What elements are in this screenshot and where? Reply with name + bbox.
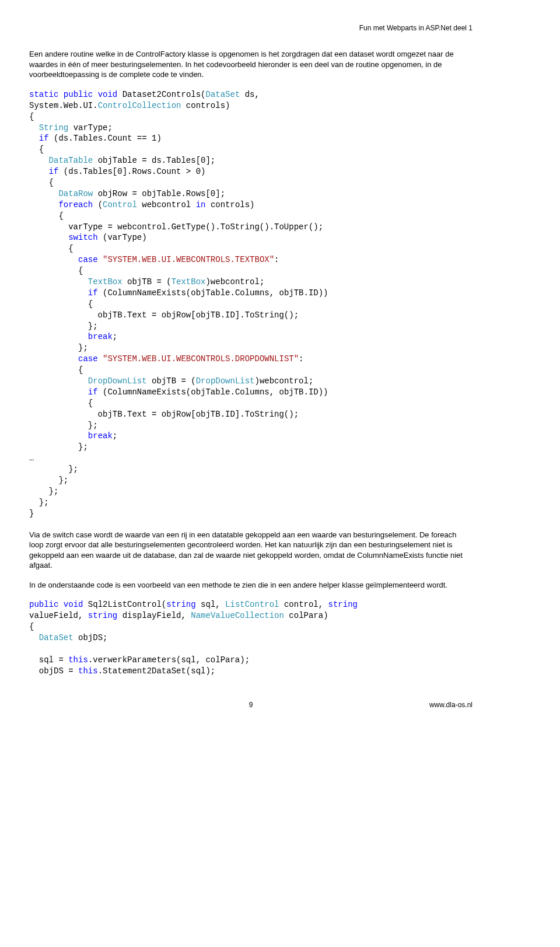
code-token: };: [29, 343, 88, 352]
code-token: if: [88, 288, 98, 298]
code-token: if: [88, 387, 98, 397]
code-token: Dataset2Controls(: [117, 90, 205, 99]
code-token: };: [29, 476, 68, 485]
code-token: void: [98, 90, 118, 99]
code-token: switch: [68, 233, 97, 242]
code-token: objTB = (: [123, 277, 172, 286]
code-token: .verwerkParameters(sql, colPara);: [88, 655, 250, 665]
code-token: ;: [113, 431, 117, 441]
code-token: "SYSTEM.WEB.UI.WEBCONTROLS.DROPDOWNLIST": [103, 354, 299, 364]
code-token: Control: [103, 200, 137, 209]
code-token: objTB = (: [147, 376, 196, 386]
code-token: ds,: [240, 90, 260, 99]
code-token: };: [29, 442, 88, 452]
code-token: varType = webcontrol.GetType().ToString(…: [29, 222, 323, 232]
code-token: displayField,: [117, 611, 191, 620]
code-token: ControlCollection: [98, 101, 181, 110]
paragraph-helper: In de onderstaande code is een voorbeeld…: [29, 580, 473, 590]
code-token: in: [196, 200, 206, 209]
code-token: String: [39, 123, 68, 132]
code-token: "SYSTEM.WEB.UI.WEBCONTROLS.TEXTBOX": [103, 255, 274, 264]
code-token: )webcontrol;: [255, 376, 314, 386]
code-token: control,: [279, 600, 328, 609]
code-token: System.Web.UI.: [29, 101, 98, 110]
code-token: (ds.Tables[0].Rows.Count > 0): [58, 167, 205, 176]
code-token: )webcontrol;: [205, 277, 264, 286]
code-token: };: [29, 487, 58, 496]
code-token: ;: [113, 332, 117, 341]
code-token: webcontrol: [137, 200, 196, 209]
code-block-1: static public void Dataset2Controls(Data…: [29, 89, 473, 519]
page-number: 9: [177, 700, 324, 710]
code-token: };: [29, 498, 49, 507]
code-token: {: [29, 145, 44, 154]
code-token: sql,: [196, 600, 225, 609]
code-token: {: [29, 211, 64, 221]
code-token: this: [78, 666, 98, 676]
code-token: ListControl: [225, 600, 279, 609]
code-token: .Statement2DataSet(sql);: [98, 666, 216, 676]
code-token: DropDownList: [196, 376, 255, 386]
code-token: controls): [206, 200, 255, 209]
code-token: objTable = ds.Tables[0];: [93, 156, 215, 165]
code-token: {: [29, 266, 83, 275]
code-token: …: [29, 453, 34, 463]
code-token: sql =: [29, 655, 68, 665]
code-token: objTB.Text = objRow[objTB.ID].ToString()…: [29, 310, 299, 320]
code-token: DropDownList: [88, 376, 147, 386]
code-token: case: [78, 354, 98, 364]
code-token: if: [49, 167, 59, 176]
footer-url: www.dla-os.nl: [325, 700, 473, 710]
code-token: DataTable: [49, 156, 93, 165]
code-token: :: [299, 354, 303, 364]
code-token: break: [88, 332, 113, 341]
code-token: string: [166, 600, 195, 609]
code-token: {: [29, 178, 54, 187]
code-token: DataRow: [58, 189, 93, 198]
code-token: {: [29, 299, 93, 309]
code-token: varType;: [68, 123, 113, 132]
code-token: {: [29, 244, 74, 253]
code-token: objDS =: [29, 666, 78, 676]
code-token: string: [88, 611, 117, 620]
code-token: foreach: [58, 200, 93, 209]
code-token: public: [64, 90, 93, 99]
code-token: string: [328, 600, 358, 609]
code-token: void: [64, 600, 83, 609]
code-token: public: [29, 600, 58, 609]
code-token: objDS;: [74, 633, 108, 642]
code-block-2: public void Sql2ListControl(string sql, …: [29, 599, 473, 676]
code-token: valueField,: [29, 611, 88, 620]
code-token: (ColumnNameExists(objTable.Columns, objT…: [98, 288, 328, 298]
paragraph-switch: Via de switch case wordt de waarde van e…: [29, 530, 473, 571]
header-title: Fun met Webparts in ASP.Net deel 1: [359, 24, 473, 32]
code-token: {: [29, 365, 83, 375]
code-token: (ColumnNameExists(objTable.Columns, objT…: [98, 387, 328, 397]
code-token: Sql2ListControl(: [83, 600, 166, 609]
code-token: static: [29, 90, 58, 99]
code-token: };: [29, 464, 78, 474]
code-token: {: [29, 399, 93, 408]
code-token: this: [68, 655, 88, 665]
code-token: controls): [181, 101, 230, 110]
code-token: (varType): [98, 233, 147, 242]
paragraph-intro: Een andere routine welke in de ControlFa…: [29, 49, 473, 80]
code-token: TextBox: [172, 277, 206, 286]
code-token: DataSet: [206, 90, 240, 99]
code-token: {: [29, 622, 34, 631]
code-token: };: [29, 322, 98, 331]
code-token: objTB.Text = objRow[objTB.ID].ToString()…: [29, 410, 299, 419]
code-token: :: [274, 255, 279, 264]
code-token: objRow = objTable.Rows[0];: [93, 189, 225, 198]
code-token: TextBox: [88, 277, 123, 286]
code-token: (ds.Tables.Count == 1): [49, 134, 162, 143]
code-token: case: [78, 255, 98, 264]
code-token: (: [93, 200, 103, 209]
code-token: break: [88, 431, 113, 441]
page-header: Fun met Webparts in ASP.Net deel 1: [29, 23, 473, 33]
code-token: NameValueCollection: [191, 611, 284, 620]
code-token: DataSet: [39, 633, 74, 642]
code-token: if: [39, 134, 49, 143]
page-footer: 9 www.dla-os.nl: [29, 700, 473, 710]
code-token: {: [29, 112, 34, 121]
